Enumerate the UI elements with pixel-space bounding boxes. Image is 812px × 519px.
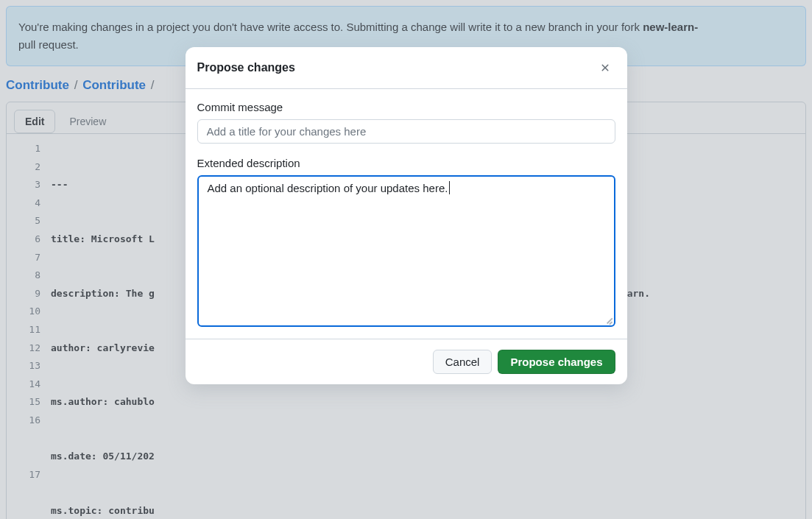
commit-message-label: Commit message — [197, 101, 615, 113]
extended-description-label: Extended description — [197, 157, 615, 169]
resize-handle[interactable] — [604, 315, 612, 324]
cancel-button[interactable]: Cancel — [433, 350, 493, 374]
modal-footer: Cancel Propose changes — [186, 339, 627, 384]
text-cursor — [449, 181, 450, 194]
close-icon — [599, 62, 611, 74]
modal-overlay[interactable]: Propose changes Commit message Extended … — [0, 0, 812, 519]
modal-title: Propose changes — [197, 61, 295, 74]
propose-changes-modal: Propose changes Commit message Extended … — [186, 47, 627, 384]
commit-message-input[interactable] — [197, 119, 615, 144]
extended-description-textarea[interactable]: Add an optional description of your upda… — [197, 175, 615, 327]
propose-changes-button[interactable]: Propose changes — [498, 350, 615, 374]
close-button[interactable] — [595, 57, 615, 78]
modal-header: Propose changes — [186, 47, 627, 89]
modal-body: Commit message Extended description Add … — [186, 89, 627, 339]
